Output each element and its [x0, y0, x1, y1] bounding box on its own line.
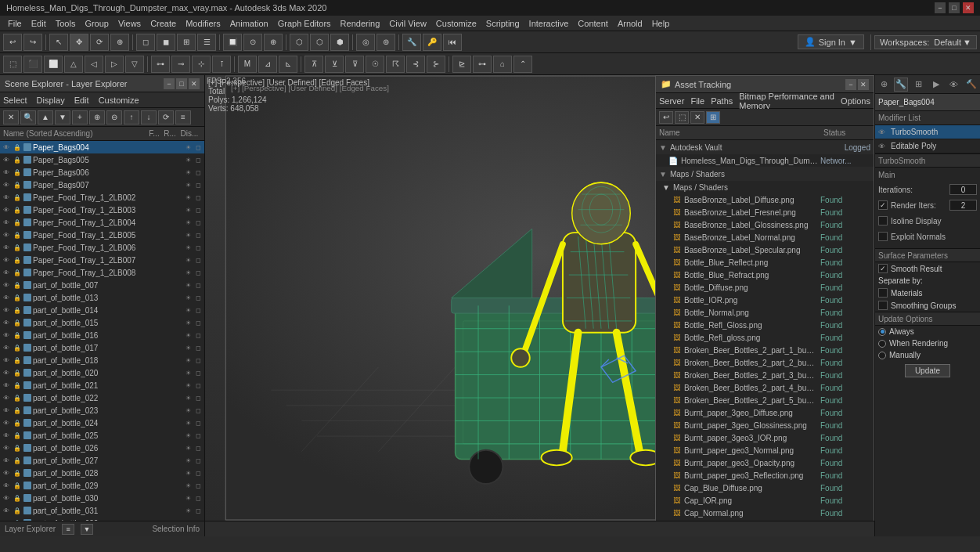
toolbar-btn-3[interactable]: ✥	[70, 34, 88, 51]
toolbar-btn-5[interactable]: ⊕	[110, 34, 129, 51]
se-btn-3[interactable]: ▲	[38, 110, 53, 124]
se-menu-select[interactable]: Select	[3, 96, 27, 105]
asset-file-item[interactable]: 🖼 Broken_Beer_Bottles_2_part_3_bump.png …	[656, 369, 874, 381]
toolbar-btn-9[interactable]: ☰	[197, 34, 216, 51]
se-btn-8[interactable]: ↑	[124, 110, 139, 124]
close-button[interactable]: ✕	[963, 2, 974, 13]
toolbar-btn-20[interactable]: ⏮	[443, 34, 462, 51]
se-minimize-btn[interactable]: −	[164, 78, 175, 89]
t2-btn-1[interactable]: ⬚	[3, 56, 22, 73]
t2-btn-15[interactable]: ⊼	[304, 56, 323, 73]
always-radio[interactable]	[878, 328, 886, 336]
asset-list[interactable]: ▼ Autodesk Vault Logged 📄 Homeless_Man_D…	[656, 140, 874, 521]
scene-item[interactable]: 👁 🔒 part_of_bottle_026 ☀ ◻	[0, 442, 204, 454]
toolbar-btn-17[interactable]: ⊚	[377, 34, 395, 51]
window-controls[interactable]: − □ ✕	[935, 2, 974, 13]
scene-item[interactable]: 👁 🔒 Paper_Bags007 ☀ ◻	[0, 179, 204, 191]
scene-item[interactable]: 👁 🔒 part_of_bottle_015 ☀ ◻	[0, 316, 204, 329]
t2-btn-8[interactable]: ⊶	[151, 56, 170, 73]
toolbar-btn-10[interactable]: 🔲	[223, 34, 242, 51]
menu-item-help[interactable]: Help	[647, 16, 675, 31]
asset-file-item[interactable]: 🖼 Bottle_IOR.png Found	[656, 294, 874, 306]
menu-item-scripting[interactable]: Scripting	[481, 16, 524, 31]
scene-item[interactable]: 👁 🔒 part_of_bottle_028 ☀ ◻	[0, 467, 204, 479]
sign-in-button[interactable]: 👤 Sign In ▼	[798, 34, 864, 49]
t2-btn-18[interactable]: ☉	[366, 56, 384, 73]
toolbar-btn-19[interactable]: 🔑	[423, 34, 441, 51]
tab-display[interactable]: 👁	[946, 78, 960, 92]
toolbar-btn-4[interactable]: ⟳	[90, 34, 109, 51]
menu-item-civil-view[interactable]: Civil View	[384, 16, 431, 31]
scene-item[interactable]: 👁 🔒 part_of_bottle_014 ☀ ◻	[0, 304, 204, 316]
asset-menu-server[interactable]: Server	[659, 96, 684, 106]
asset-file-item[interactable]: 🖼 Bottle_Blue_Refract.png Found	[656, 269, 874, 281]
t2-btn-6[interactable]: ▷	[105, 56, 124, 73]
toolbar-btn-1[interactable]: ↩	[3, 34, 22, 51]
toolbar-btn-7[interactable]: ◼	[157, 34, 175, 51]
se-btn-9[interactable]: ↓	[141, 110, 157, 124]
asset-close-btn[interactable]: ✕	[858, 79, 869, 90]
asset-btn-3[interactable]: ✕	[690, 111, 704, 124]
menu-item-create[interactable]: Create	[146, 16, 181, 31]
t2-btn-2[interactable]: ⬛	[23, 56, 42, 73]
t2-btn-14[interactable]: ⊾	[279, 56, 297, 73]
scene-item[interactable]: 👁 🔒 part_of_bottle_031 ☀ ◻	[0, 504, 204, 517]
asset-file-item[interactable]: 🖼 Burnt_paper_3geo_Glossiness.png Found	[656, 419, 874, 431]
scene-item[interactable]: 👁 🔒 Paper_Food_Tray_1_2LB006 ☀ ◻	[0, 241, 204, 254]
menu-item-modifiers[interactable]: Modifiers	[181, 16, 225, 31]
scene-item[interactable]: 👁 🔒 part_of_bottle_007 ☀ ◻	[0, 279, 204, 291]
asset-file-item[interactable]: 🖼 Bottle_Blue_Reflect.png Found	[656, 256, 874, 269]
se-btn-1[interactable]: ✕	[3, 110, 19, 124]
asset-file-item[interactable]: 🖼 BaseBronze_Label_Specular.png Found	[656, 244, 874, 256]
manually-radio[interactable]	[878, 352, 886, 359]
t2-btn-3[interactable]: ⬜	[44, 56, 63, 73]
le-btn-2[interactable]: ▼	[81, 524, 93, 535]
toolbar-btn-16[interactable]: ◎	[356, 34, 375, 51]
asset-file-item[interactable]: 🖼 Cap_IOR.png Found	[656, 494, 874, 507]
asset-menu-options[interactable]: Options	[841, 96, 870, 106]
asset-btn-4[interactable]: ⊞	[706, 111, 720, 124]
asset-subgroup[interactable]: ▼ Maps / Shaders	[656, 181, 874, 193]
se-btn-5[interactable]: +	[72, 110, 88, 124]
se-btn-7[interactable]: ⊖	[106, 110, 122, 124]
asset-file-item[interactable]: 🖼 Broken_Beer_Bottles_2_part_5_bump.png …	[656, 394, 874, 406]
asset-file-item[interactable]: 🖼 Cap_Normal.png Found	[656, 507, 874, 519]
t2-btn-7[interactable]: ▽	[125, 56, 144, 73]
menu-item-content[interactable]: Content	[573, 16, 613, 31]
t2-btn-13[interactable]: ⊿	[258, 56, 277, 73]
toolbar-btn-6[interactable]: ◻	[136, 34, 155, 51]
tab-motion[interactable]: ▶	[929, 78, 943, 92]
scene-item[interactable]: 👁 🔒 Paper_Food_Tray_1_2LB003 ☀ ◻	[0, 204, 204, 216]
toolbar-btn-8[interactable]: ⊞	[177, 34, 196, 51]
asset-group[interactable]: ▼ Maps / Shaders	[656, 167, 874, 181]
asset-btn-1[interactable]: ↩	[659, 111, 673, 124]
t2-btn-23[interactable]: ⊶	[473, 56, 492, 73]
t2-btn-9[interactable]: ⊸	[171, 56, 190, 73]
materials-checkbox[interactable]	[878, 288, 888, 298]
se-menu-customize[interactable]: Customize	[99, 96, 139, 105]
menu-item-interactive[interactable]: Interactive	[524, 16, 574, 31]
isoline-checkbox[interactable]	[878, 216, 888, 225]
scene-item[interactable]: 👁 🔒 Paper_Bags006 ☀ ◻	[0, 166, 204, 179]
scene-item[interactable]: 👁 🔒 Paper_Food_Tray_1_2LB008 ☀ ◻	[0, 266, 204, 279]
asset-file-item[interactable]: 🖼 Bottle_Refl_gloss.png Found	[656, 331, 874, 344]
t2-btn-11[interactable]: ⊺	[212, 56, 231, 73]
t2-btn-19[interactable]: ☈	[386, 56, 405, 73]
when-rendering-radio[interactable]	[878, 340, 886, 348]
se-menu-edit[interactable]: Edit	[74, 96, 89, 105]
se-btn-10[interactable]: ⟳	[158, 110, 174, 124]
modifier-turbosmoothitem[interactable]: 👁 TurboSmooth	[875, 125, 980, 139]
t2-btn-20[interactable]: ⊰	[406, 56, 425, 73]
scene-explorer-window-controls[interactable]: − □ ✕	[164, 78, 200, 89]
toolbar-btn-12[interactable]: ⊕	[264, 34, 283, 51]
scene-item[interactable]: 👁 🔒 part_of_bottle_025 ☀ ◻	[0, 429, 204, 442]
scene-item[interactable]: 👁 🔒 part_of_bottle_022 ☀ ◻	[0, 391, 204, 404]
scene-item[interactable]: 👁 🔒 Paper_Bags005 ☀ ◻	[0, 153, 204, 166]
se-close-btn[interactable]: ✕	[189, 78, 200, 89]
select-btn[interactable]: ↖	[49, 34, 68, 51]
scene-item[interactable]: 👁 🔒 part_of_bottle_023 ☀ ◻	[0, 404, 204, 417]
asset-file-item[interactable]: 🖼 Cap_Blue_Diffuse.png Found	[656, 482, 874, 494]
asset-file-item[interactable]: 🖼 Bottle_Normal.png Found	[656, 306, 874, 319]
t2-btn-12[interactable]: M	[238, 56, 257, 73]
asset-window-controls[interactable]: − ✕	[845, 79, 869, 90]
